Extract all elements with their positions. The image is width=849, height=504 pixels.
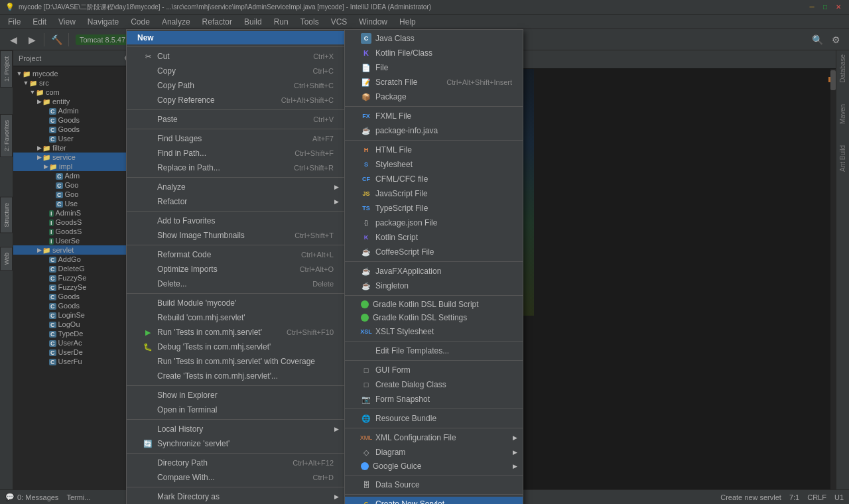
cm-refactor[interactable]: Refactor bbox=[127, 194, 344, 209]
java-class-icon: C bbox=[361, 33, 371, 44]
sm-xslt[interactable]: XSL XSLT Stylesheet bbox=[345, 324, 523, 339]
cm-run-tests[interactable]: ▶ Run 'Tests in com.mhj.servlet' Ctrl+Sh… bbox=[127, 325, 344, 340]
cm-local-history-label: Local History bbox=[157, 424, 334, 434]
cm-sep-5 bbox=[127, 245, 344, 245]
cm-copy-label: Copy bbox=[157, 66, 302, 76]
sm-diagram[interactable]: ◇ Diagram bbox=[345, 445, 523, 460]
cm-copy[interactable]: Copy Ctrl+C bbox=[127, 64, 344, 78]
sm-create-new-servlet[interactable]: C Create New Servlet bbox=[345, 497, 523, 504]
cm-add-to-favorites-label: Add to Favorites bbox=[157, 216, 334, 225]
cm-find-in-path[interactable]: Find in Path... Ctrl+Shift+F bbox=[127, 146, 344, 160]
sm-package-json[interactable]: {} package.json File bbox=[345, 216, 523, 230]
cm-sep-0 bbox=[127, 46, 344, 47]
cm-rebuild-servlet[interactable]: Rebuild 'com.mhj.servlet' bbox=[127, 310, 344, 325]
sm-sep-1 bbox=[345, 106, 523, 107]
cfml-icon: CF bbox=[361, 174, 371, 184]
cm-compare-with[interactable]: Compare With... Ctrl+D bbox=[127, 470, 344, 485]
sm-sep-5 bbox=[345, 341, 523, 342]
sm-gradle-kotlin-settings[interactable]: Gradle Kotlin DSL Settings bbox=[345, 311, 523, 324]
cm-find-usages-label: Find Usages bbox=[157, 134, 302, 143]
sm-google-guice[interactable]: Google Guice bbox=[345, 460, 523, 473]
sm-javascript[interactable]: JS JavaScript File bbox=[345, 186, 523, 201]
cm-rebuild-label: Rebuild 'com.mhj.servlet' bbox=[157, 313, 334, 322]
sm-javafx-application[interactable]: ☕ JavaFXApplication bbox=[345, 264, 523, 279]
cm-analyze[interactable]: Analyze bbox=[127, 180, 344, 194]
sm-coffeescript[interactable]: ☕ CoffeeScript File bbox=[345, 245, 523, 259]
sm-java-class[interactable]: C Java Class bbox=[345, 31, 523, 46]
cm-directory-path[interactable]: Directory Path Ctrl+Alt+F12 bbox=[127, 456, 344, 470]
cm-create-tests[interactable]: Create 'Tests in com.mhj.servlet'... bbox=[127, 369, 344, 383]
cm-directory-path-shortcut: Ctrl+Alt+F12 bbox=[293, 459, 334, 467]
sm-dialog-class-label: Create Dialog Class bbox=[375, 380, 512, 389]
cm-local-history[interactable]: Local History bbox=[127, 422, 344, 436]
sm-resource-bundle[interactable]: 🌐 Resource Bundle bbox=[345, 411, 523, 426]
delete-icon bbox=[143, 279, 153, 289]
cm-delete[interactable]: Delete... Delete bbox=[127, 277, 344, 291]
sm-dialog-class[interactable]: □ Create Dialog Class bbox=[345, 377, 523, 392]
cm-synchronize[interactable]: 🔄 Synchronize 'servlet' bbox=[127, 436, 344, 451]
sm-package[interactable]: 📦 Package bbox=[345, 90, 523, 104]
cm-add-to-favorites[interactable]: Add to Favorites bbox=[127, 214, 344, 228]
sm-scratch-file[interactable]: 📝 Scratch File Ctrl+Alt+Shift+Insert bbox=[345, 75, 523, 90]
sm-html-file[interactable]: H HTML File bbox=[345, 143, 523, 157]
cm-copy-path[interactable]: Copy Path Ctrl+Shift+C bbox=[127, 78, 344, 93]
cm-show-explorer[interactable]: Show in Explorer bbox=[127, 388, 344, 403]
history-icon bbox=[143, 424, 153, 434]
cm-run-with-coverage[interactable]: Run 'Tests in com.mhj.servlet' with Cove… bbox=[127, 354, 344, 369]
cm-coverage-label: Run 'Tests in com.mhj.servlet' with Cove… bbox=[157, 357, 334, 366]
sm-cfml[interactable]: CF CFML/CFC file bbox=[345, 172, 523, 186]
cm-open-terminal[interactable]: Open in Terminal bbox=[127, 403, 344, 417]
cm-paste[interactable]: Paste Ctrl+V bbox=[127, 112, 344, 127]
cm-copy-reference-label: Copy Reference bbox=[157, 95, 271, 105]
sm-typescript[interactable]: TS TypeScript File bbox=[345, 201, 523, 216]
debug-tests-icon: 🐛 bbox=[143, 342, 153, 352]
sm-stylesheet[interactable]: S Stylesheet bbox=[345, 157, 523, 172]
dialog-class-icon: □ bbox=[361, 379, 371, 390]
cm-cut[interactable]: ✂ Cut Ctrl+X bbox=[127, 49, 344, 64]
sm-gui-form[interactable]: □ GUI Form bbox=[345, 363, 523, 377]
cm-copy-reference[interactable]: Copy Reference Ctrl+Alt+Shift+C bbox=[127, 93, 344, 107]
cm-mark-directory-label: Mark Directory as bbox=[157, 492, 334, 501]
typescript-icon: TS bbox=[361, 203, 371, 214]
copy-ref-icon bbox=[143, 95, 153, 105]
cm-show-image-thumbnails[interactable]: Show Image Thumbnails Ctrl+Shift+T bbox=[127, 228, 344, 243]
sm-form-snapshot-label: Form Snapshot bbox=[375, 395, 512, 404]
cm-find-usages[interactable]: Find Usages Alt+F7 bbox=[127, 131, 344, 146]
sm-kotlin-file[interactable]: K Kotlin File/Class bbox=[345, 46, 523, 60]
sm-fxml-file[interactable]: FX FXML File bbox=[345, 109, 523, 123]
run-tests-icon: ▶ bbox=[143, 327, 153, 338]
package-icon: 📦 bbox=[361, 92, 371, 102]
cm-mark-directory[interactable]: Mark Directory as bbox=[127, 489, 344, 504]
cm-reformat-shortcut: Ctrl+Alt+L bbox=[301, 251, 334, 259]
favorites-icon bbox=[143, 216, 153, 226]
sm-package-info[interactable]: ☕ package-info.java bbox=[345, 123, 523, 138]
sm-kotlin-script[interactable]: K Kotlin Script bbox=[345, 230, 523, 245]
cm-optimize-imports[interactable]: Optimize Imports Ctrl+Alt+O bbox=[127, 262, 344, 277]
cm-find-in-path-label: Find in Path... bbox=[157, 149, 284, 158]
data-source-icon: 🗄 bbox=[361, 479, 371, 490]
dir-path-icon bbox=[143, 458, 153, 468]
cm-replace-in-path[interactable]: Replace in Path... Ctrl+Shift+R bbox=[127, 160, 344, 175]
sm-data-source[interactable]: 🗄 Data Source bbox=[345, 477, 523, 492]
sm-edit-file-templates[interactable]: Edit File Templates... bbox=[345, 344, 523, 358]
package-json-icon: {} bbox=[361, 218, 371, 228]
sm-xml-config[interactable]: XML XML Configuration File bbox=[345, 430, 523, 445]
sm-gradle-kotlin-build[interactable]: Gradle Kotlin DSL Build Script bbox=[345, 298, 523, 311]
sm-kotlin-file-label: Kotlin File/Class bbox=[375, 48, 512, 58]
cm-find-usages-shortcut: Alt+F7 bbox=[312, 135, 334, 143]
cm-directory-path-label: Directory Path bbox=[157, 458, 282, 468]
cm-sep-10 bbox=[127, 487, 344, 487]
cm-copy-reference-shortcut: Ctrl+Alt+Shift+C bbox=[281, 96, 334, 104]
sm-sep-2 bbox=[345, 140, 523, 141]
sm-javafx-label: JavaFXApplication bbox=[375, 267, 512, 276]
cm-sep-6 bbox=[127, 293, 344, 294]
cm-build-module[interactable]: Build Module 'mycode' bbox=[127, 296, 344, 310]
reformat-icon bbox=[143, 249, 153, 260]
copy-icon bbox=[143, 66, 153, 76]
cm-debug-tests[interactable]: 🐛 Debug 'Tests in com.mhj.servlet' bbox=[127, 340, 344, 354]
sm-form-snapshot[interactable]: 📷 Form Snapshot bbox=[345, 392, 523, 407]
sm-file[interactable]: 📄 File bbox=[345, 60, 523, 75]
cm-sep-8 bbox=[127, 419, 344, 420]
cm-reformat-code[interactable]: Reformat Code Ctrl+Alt+L bbox=[127, 247, 344, 262]
sm-singleton[interactable]: ☕ Singleton bbox=[345, 279, 523, 293]
